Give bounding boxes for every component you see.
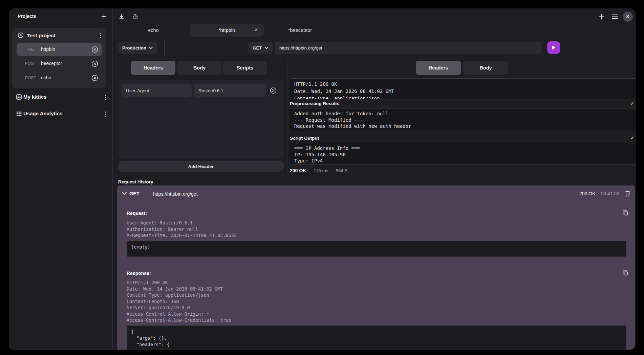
history-timestamp: 09:41:03 xyxy=(601,191,620,196)
delete-entry-button[interactable] xyxy=(625,190,630,197)
project-group-test-project: Test project GET httpbin POST beeceptor xyxy=(12,28,106,88)
history-response-header-line: Access-Control-Allow-Credentials: true xyxy=(127,317,231,323)
project-menu-button[interactable] xyxy=(103,111,108,117)
check-icon: ✓ xyxy=(630,135,635,141)
hamburger-icon xyxy=(612,14,618,19)
close-tab-icon[interactable]: ✕ xyxy=(255,27,258,32)
plus-icon xyxy=(101,14,107,19)
remove-request-icon[interactable] xyxy=(91,60,99,67)
history-request-headers: User-Agent: Roster/0.6.1 Authorization: … xyxy=(127,220,237,239)
tab-label: *beeceptor xyxy=(288,27,312,33)
project-group-usage-analytics[interactable]: Usage Analytics xyxy=(9,109,113,119)
request-tab-body[interactable]: Body xyxy=(177,61,221,75)
screen: Projects Test project GET httpbin xyxy=(0,0,644,355)
tab-label: Body xyxy=(479,65,492,71)
tab-label: Headers xyxy=(429,65,448,71)
project-menu-button[interactable] xyxy=(103,94,108,101)
new-project-button[interactable] xyxy=(100,12,108,20)
import-button[interactable] xyxy=(117,13,126,21)
sidebar-request-httpbin[interactable]: GET httpbin xyxy=(17,43,102,56)
project-name: Usage Analytics xyxy=(23,111,62,116)
window-close-button[interactable]: ✕ xyxy=(623,12,633,22)
tab-beeceptor[interactable]: *beeceptor xyxy=(264,24,336,37)
history-response-label: Response: xyxy=(127,271,151,276)
list-icon xyxy=(16,111,22,117)
request-name-label: beeceptor xyxy=(41,61,62,66)
new-tab-button[interactable] xyxy=(597,12,606,21)
tab-label: Body xyxy=(193,65,206,71)
tab-label: Headers xyxy=(144,65,163,71)
headers-editor-card: User-Agent Roster/0.6.1 xyxy=(118,80,284,159)
copy-request-button[interactable] xyxy=(622,210,628,216)
preprocessing-results-header: Preprocessing Results ✓ xyxy=(290,100,636,107)
script-output-line: Type: IPv4 xyxy=(294,158,631,164)
history-response-header-line: Server: gunicorn/19.9.0 xyxy=(127,304,231,311)
header-key-input[interactable]: User-Agent xyxy=(122,84,192,97)
app-window: Projects Test project GET httpbin xyxy=(9,8,636,350)
menu-button[interactable] xyxy=(610,12,619,21)
script-output-header: Script Output ✓ xyxy=(290,135,636,142)
tab-httpbin[interactable]: *httpbin ✕ xyxy=(190,24,264,37)
request-method-label: GET xyxy=(20,47,36,51)
response-preview-line: Date: Wed, 14 Jan 2026 08:41:02 GMT xyxy=(294,88,631,95)
method-dropdown[interactable]: GET xyxy=(248,42,273,54)
check-icon: ✓ xyxy=(630,100,635,106)
history-response-header-line: Content-Type: application/json xyxy=(127,292,231,298)
history-request-label: Request: xyxy=(127,211,147,216)
history-method: GET xyxy=(129,191,139,196)
tab-label: *httpbin xyxy=(218,27,235,33)
project-group-my-kitties[interactable]: My kitties xyxy=(9,92,113,102)
history-request-header-line: User-Agent: Roster/0.6.1 xyxy=(127,220,237,226)
script-output-box[interactable]: === IP Address Info === IP: 195.146.105.… xyxy=(290,143,636,165)
preprocessing-line: Request was modified with new auth heade… xyxy=(294,123,631,130)
script-output-line: === IP Address Info === xyxy=(294,145,631,152)
environment-dropdown[interactable]: Production xyxy=(117,42,157,54)
project-menu-button[interactable] xyxy=(98,32,103,39)
copy-response-button[interactable] xyxy=(622,270,628,276)
history-status: 200 OK xyxy=(579,191,595,196)
response-headers-preview[interactable]: HTTP/1.1 200 OK Date: Wed, 14 Jan 2026 0… xyxy=(290,78,636,99)
request-name-label: echo xyxy=(41,75,51,80)
response-tab-body[interactable]: Body xyxy=(463,61,508,75)
remove-request-icon[interactable] xyxy=(91,46,99,53)
add-header-button[interactable]: Add Header xyxy=(118,161,284,172)
response-tab-headers[interactable]: Headers xyxy=(416,61,461,75)
request-tab-scripts[interactable]: Scripts xyxy=(223,61,267,75)
history-response-header-line: Access-Control-Allow-Origin: * xyxy=(127,311,231,317)
header-value-value: Roster/0.6.1 xyxy=(198,88,223,93)
tab-echo[interactable]: echo xyxy=(117,24,190,37)
history-response-headers: HTTP/1.1 200 OK Date: Wed, 14 Jan 2026 0… xyxy=(127,279,231,323)
project-name: My kitties xyxy=(23,94,46,100)
script-output-line: Location: Istanbul, Turkey xyxy=(294,164,631,165)
collapse-entry-button[interactable] xyxy=(122,192,127,195)
sidebar-title: Projects xyxy=(18,14,36,19)
clock-icon xyxy=(18,32,24,38)
divider xyxy=(164,40,165,56)
request-method-label: POST xyxy=(20,61,36,65)
send-request-button[interactable] xyxy=(547,41,560,54)
project-name[interactable]: Test project xyxy=(27,33,56,38)
divider xyxy=(113,177,636,177)
history-response-body-line: "headers": { xyxy=(131,341,622,348)
header-value-input[interactable]: Roster/0.6.1 xyxy=(194,84,266,97)
request-tab-headers[interactable]: Headers xyxy=(131,61,175,75)
sidebar: Projects Test project GET httpbin xyxy=(9,9,113,350)
sidebar-request-beeceptor[interactable]: POST beeceptor xyxy=(17,57,102,70)
url-input[interactable]: https://httpbin.org/get xyxy=(275,42,542,54)
response-status-bar: 200 OK 118 ms 564 B xyxy=(290,168,348,173)
history-url: https://httpbin.org/get xyxy=(153,191,198,197)
preprocessing-line: --- Request Modified --- xyxy=(294,117,631,123)
plus-icon xyxy=(598,14,605,20)
remove-header-icon[interactable] xyxy=(270,87,277,94)
response-preview-line: Content-Type: application/json xyxy=(294,95,631,99)
history-response-body-line: { xyxy=(131,329,622,335)
remove-request-icon[interactable] xyxy=(91,74,99,82)
export-button[interactable] xyxy=(131,13,139,21)
history-response-header-line: Content-Length: 368 xyxy=(127,298,231,305)
script-output-line: IP: 195.146.105.90 xyxy=(294,152,631,158)
share-icon xyxy=(132,14,138,20)
history-response-body-box[interactable]: { "args": {}, "headers": { xyxy=(127,326,626,350)
preprocessing-results-box[interactable]: Added auth header for token: null --- Re… xyxy=(290,108,636,131)
sidebar-request-echo[interactable]: POST echo xyxy=(17,72,102,84)
history-request-body-box[interactable]: (empty) xyxy=(127,241,626,257)
